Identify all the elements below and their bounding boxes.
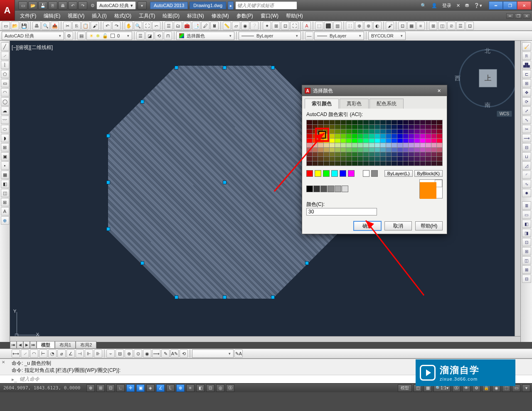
mdi-min-icon[interactable]: ━ (506, 13, 514, 19)
tb-paste-icon[interactable]: 📋 (81, 22, 90, 30)
aci-swatch[interactable] (307, 161, 312, 166)
tb-q2-icon[interactable]: ▦ (407, 22, 416, 30)
mod-copy-icon[interactable]: ⎘ (522, 52, 531, 60)
aci-swatch[interactable] (330, 120, 335, 124)
mod-trim-icon[interactable]: ✂ (522, 125, 531, 133)
aci-swatch[interactable] (380, 134, 386, 138)
layerprev-icon[interactable]: ⟲ (155, 32, 163, 40)
tb-yc-icon[interactable]: ▥ (333, 22, 342, 30)
aci-swatch[interactable] (431, 157, 437, 161)
aci-swatch[interactable] (431, 152, 437, 156)
tb-zoomprev-icon[interactable]: ⤺ (152, 22, 160, 30)
tb-area-icon[interactable]: ▱ (232, 22, 240, 30)
aci-swatch[interactable] (431, 161, 437, 166)
tb-brush-icon[interactable]: 🖌 (386, 22, 394, 30)
aci-swatch[interactable] (363, 152, 369, 156)
tb-redo-icon[interactable]: ↷ (112, 22, 121, 30)
mod-g-icon[interactable]: ⊠ (522, 265, 531, 274)
aci-swatch[interactable] (352, 120, 357, 124)
aci-swatch[interactable] (307, 129, 312, 134)
draw-revcloud-icon[interactable]: ☁ (1, 106, 9, 115)
aci-swatch[interactable] (324, 134, 329, 138)
aci-swatch[interactable] (363, 120, 369, 124)
aci-swatch[interactable] (346, 139, 352, 143)
layer-mgr-icon[interactable]: ▤ (77, 32, 86, 40)
aci-swatch[interactable] (397, 125, 403, 129)
aci-swatch[interactable] (437, 143, 442, 147)
aci-swatch[interactable] (420, 161, 426, 166)
tb-zc-icon[interactable]: ⊗ (364, 22, 372, 30)
aci-swatch[interactable] (369, 152, 374, 156)
title-dropdown-icon[interactable]: ▸ (228, 1, 234, 10)
mod-array-icon[interactable]: ⊞ (522, 79, 531, 87)
aci-swatch[interactable] (324, 125, 329, 129)
aci-swatch[interactable] (426, 148, 431, 152)
menu-draw[interactable]: 绘图(D) (159, 11, 183, 21)
aci-swatch[interactable] (397, 134, 403, 138)
tb-r2-icon[interactable]: ◫ (438, 22, 446, 30)
ws-gear-icon[interactable]: ⚙ (65, 32, 73, 40)
aci-swatch[interactable] (397, 148, 403, 152)
aci-swatch[interactable] (437, 129, 442, 134)
aci-swatch[interactable] (375, 157, 380, 161)
app-logo[interactable]: A (0, 0, 15, 21)
aci-swatch[interactable] (318, 157, 323, 161)
tb-xb-icon[interactable]: ⊞ (272, 22, 280, 30)
mod-scale-icon[interactable]: ⤢ (522, 106, 531, 115)
aci-swatch[interactable] (386, 148, 392, 152)
aci-swatch[interactable] (426, 143, 431, 147)
draw-gradient-icon[interactable]: ◧ (1, 180, 9, 188)
std-color-red[interactable] (306, 170, 313, 177)
aci-swatch[interactable] (346, 143, 352, 147)
draw-point-icon[interactable]: • (1, 161, 9, 170)
draw-polygon-icon[interactable]: ⬠ (1, 70, 9, 78)
aci-swatch[interactable] (403, 134, 409, 138)
tb-ya-icon[interactable]: ⬚ (315, 22, 323, 30)
aci-swatch[interactable] (313, 129, 318, 134)
aci-swatch[interactable] (409, 125, 414, 129)
viewport-label[interactable]: [−][俯视][二维线框] (12, 44, 53, 51)
aci-swatch[interactable] (431, 134, 437, 138)
bylayer-button[interactable]: ByLayer(L) (384, 170, 413, 177)
tab-first-icon[interactable]: ⏮ (10, 341, 17, 349)
draw-addsel-icon[interactable]: ⊕ (1, 216, 9, 225)
aci-swatch[interactable] (397, 161, 403, 166)
qat-open-icon[interactable]: 📂 (28, 1, 37, 10)
tb-q3-icon[interactable]: ≡ (416, 22, 425, 30)
aci-swatch[interactable] (307, 148, 312, 152)
dim-ang-icon[interactable]: ∠ (66, 349, 75, 358)
aci-swatch[interactable] (335, 139, 340, 143)
aci-swatch[interactable] (426, 129, 431, 134)
tab-index-color[interactable]: 索引颜色 (305, 99, 339, 109)
draw-pline-icon[interactable]: ⦚ (1, 61, 9, 69)
menu-help[interactable]: 帮助(H) (283, 11, 306, 21)
aci-swatch[interactable] (386, 125, 392, 129)
aci-swatch[interactable] (409, 143, 414, 147)
tb-r3-icon[interactable]: ⎚ (447, 22, 456, 30)
tb-print-icon[interactable]: 🖶 (32, 22, 41, 30)
mod-offset-icon[interactable]: ⊏ (522, 70, 531, 78)
draw-table-icon[interactable]: ⊞ (1, 198, 9, 206)
aci-swatch[interactable] (420, 129, 426, 134)
aci-swatch[interactable] (392, 120, 397, 124)
dim-edit-icon[interactable]: ✎ (161, 349, 170, 358)
aci-swatch[interactable] (324, 157, 329, 161)
aci-swatch[interactable] (414, 129, 420, 134)
aci-swatch[interactable] (409, 152, 414, 156)
aci-swatch[interactable] (358, 120, 363, 124)
aci-swatch[interactable] (341, 148, 346, 152)
mod-fillet-icon[interactable]: ◜ (522, 171, 531, 179)
tb-save-icon[interactable]: 💾 (20, 22, 28, 30)
draw-region-icon[interactable]: ◫ (1, 189, 9, 197)
std-color-white[interactable] (363, 170, 369, 177)
aci-swatch[interactable] (437, 157, 442, 161)
menu-dim[interactable]: 标注(N) (184, 11, 207, 21)
aci-swatch[interactable] (369, 148, 374, 152)
aci-swatch[interactable] (403, 120, 409, 124)
mod-blend-icon[interactable]: ∿ (522, 180, 531, 188)
qat-new-icon[interactable]: ▭ (18, 1, 27, 10)
aci-swatch[interactable] (313, 161, 318, 166)
mod-erase-icon[interactable]: 🧹 (522, 42, 531, 51)
aci-swatch[interactable] (437, 148, 442, 152)
aci-swatch[interactable] (392, 157, 397, 161)
